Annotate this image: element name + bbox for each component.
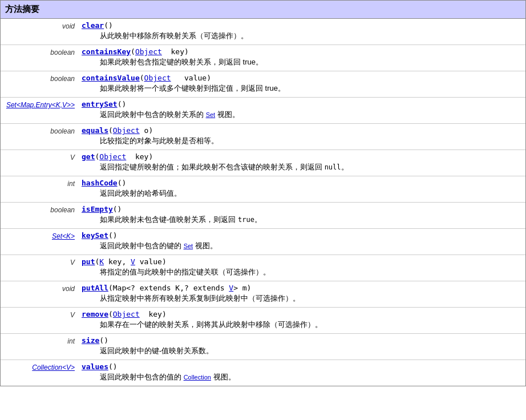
method-signature: get(Object key)	[82, 152, 521, 161]
method-signature: putAll(Map<? extends K,? extends V> m)	[82, 284, 521, 292]
return-type-cell: V	[1, 308, 79, 334]
method-signature: containsValue(Object value)	[82, 74, 521, 82]
return-type-cell: int	[1, 176, 79, 203]
method-detail-cell: equals(Object o)比较指定的对象与此映射是否相等。	[79, 124, 525, 150]
table-row: inthashCode()返回此映射的哈希码值。	[1, 176, 525, 203]
method-detail-cell: containsValue(Object value)如果此映射将一个或多个键映…	[79, 71, 525, 98]
link-set-entrySet[interactable]: Set	[206, 111, 216, 118]
table-row: Vput(K key, V value)将指定的值与此映射中的指定键关联（可选操…	[1, 255, 525, 281]
method-description: 从此映射中移除所有映射关系（可选操作）。	[82, 31, 521, 41]
table-row: voidclear()从此映射中移除所有映射关系（可选操作）。	[1, 19, 525, 45]
method-link-keySet[interactable]: keySet	[82, 231, 108, 240]
return-type-cell: V	[1, 255, 79, 281]
method-description: 将指定的值与此映射中的指定键关联（可选操作）。	[82, 267, 521, 277]
method-signature: hashCode()	[82, 179, 521, 187]
method-description: 如果此映射未包含键-值映射关系，则返回 true。	[82, 215, 521, 225]
return-type-entrySet[interactable]: Set<Map.Entry<K,V>>	[6, 101, 75, 109]
table-row: booleancontainsValue(Object value)如果此映射将…	[1, 71, 525, 98]
table-row: booleanequals(Object o)比较指定的对象与此映射是否相等。	[1, 124, 525, 150]
return-type-cell: int	[1, 334, 79, 360]
page-container: 方法摘要 voidclear()从此映射中移除所有映射关系（可选操作）。bool…	[0, 0, 526, 386]
method-table: voidclear()从此映射中移除所有映射关系（可选操作）。booleanco…	[1, 19, 525, 386]
method-detail-cell: get(Object key)返回指定键所映射的值；如果此映射不包含该键的映射关…	[79, 150, 525, 176]
method-description: 返回此映射中包含的映射关系的 Set 视图。	[82, 110, 521, 120]
method-detail-cell: values()返回此映射中包含的值的 Collection 视图。	[79, 360, 525, 386]
method-link-hashCode[interactable]: hashCode	[82, 179, 118, 187]
method-detail-cell: isEmpty()如果此映射未包含键-值映射关系，则返回 true。	[79, 203, 525, 229]
table-row: Vremove(Object key)如果存在一个键的映射关系，则将其从此映射中…	[1, 308, 525, 334]
method-link-get[interactable]: get	[82, 152, 95, 161]
method-link-putAll[interactable]: putAll	[82, 284, 108, 292]
method-detail-cell: hashCode()返回此映射的哈希码值。	[79, 176, 525, 203]
table-row: Set<K>keySet()返回此映射中包含的键的 Set 视图。	[1, 229, 525, 255]
method-signature: clear()	[82, 21, 521, 30]
method-signature: put(K key, V value)	[82, 257, 521, 266]
method-detail-cell: put(K key, V value)将指定的值与此映射中的指定键关联（可选操作…	[79, 255, 525, 281]
table-row: booleancontainsKey(Object key)如果此映射包含指定键…	[1, 45, 525, 71]
table-row: Vget(Object key)返回指定键所映射的值；如果此映射不包含该键的映射…	[1, 150, 525, 176]
method-link-containsValue[interactable]: containsValue	[82, 74, 140, 82]
method-description: 返回此映射中的键-值映射关系数。	[82, 346, 521, 356]
method-signature: remove(Object key)	[82, 310, 521, 318]
method-link-clear[interactable]: clear	[82, 21, 104, 30]
return-type-cell: boolean	[1, 71, 79, 98]
return-type-cell: V	[1, 150, 79, 176]
method-link-containsKey[interactable]: containsKey	[82, 47, 131, 56]
return-type-cell: void	[1, 281, 79, 308]
method-description: 返回指定键所映射的值；如果此映射不包含该键的映射关系，则返回 null。	[82, 162, 521, 172]
return-type-cell: boolean	[1, 45, 79, 71]
method-detail-cell: size()返回此映射中的键-值映射关系数。	[79, 334, 525, 360]
method-link-entrySet[interactable]: entrySet	[82, 100, 118, 108]
method-signature: isEmpty()	[82, 205, 521, 213]
method-signature: keySet()	[82, 231, 521, 240]
return-type-cell: Set<Map.Entry<K,V>>	[1, 98, 79, 124]
method-signature: values()	[82, 362, 521, 371]
table-row: booleanisEmpty()如果此映射未包含键-值映射关系，则返回 true…	[1, 203, 525, 229]
table-row: Collection<V>values()返回此映射中包含的值的 Collect…	[1, 360, 525, 386]
method-detail-cell: keySet()返回此映射中包含的键的 Set 视图。	[79, 229, 525, 255]
method-description: 从指定映射中将所有映射关系复制到此映射中（可选操作）。	[82, 293, 521, 304]
table-row: voidputAll(Map<? extends K,? extends V> …	[1, 281, 525, 308]
return-type-cell: Set<K>	[1, 229, 79, 255]
method-description: 返回此映射中包含的值的 Collection 视图。	[82, 372, 521, 382]
method-description: 比较指定的对象与此映射是否相等。	[82, 136, 521, 146]
method-link-isEmpty[interactable]: isEmpty	[82, 205, 113, 213]
return-type-cell: void	[1, 19, 79, 45]
method-link-remove[interactable]: remove	[82, 310, 108, 318]
method-signature: entrySet()	[82, 100, 521, 108]
return-type-values[interactable]: Collection<V>	[32, 364, 75, 371]
link-collection-values[interactable]: Collection	[184, 374, 211, 381]
method-detail-cell: remove(Object key)如果存在一个键的映射关系，则将其从此映射中移…	[79, 308, 525, 334]
method-detail-cell: putAll(Map<? extends K,? extends V> m)从指…	[79, 281, 525, 308]
return-type-keySet[interactable]: Set<K>	[52, 232, 75, 240]
method-link-equals[interactable]: equals	[82, 126, 108, 135]
method-description: 如果此映射将一个或多个键映射到指定值，则返回 true。	[82, 83, 521, 94]
method-signature: equals(Object o)	[82, 126, 521, 135]
method-description: 返回此映射的哈希码值。	[82, 188, 521, 199]
method-description: 返回此映射中包含的键的 Set 视图。	[82, 241, 521, 251]
method-signature: size()	[82, 336, 521, 345]
section-header: 方法摘要	[1, 1, 525, 19]
method-link-values[interactable]: values	[82, 362, 108, 371]
section-title: 方法摘要	[5, 4, 39, 14]
method-detail-cell: clear()从此映射中移除所有映射关系（可选操作）。	[79, 19, 525, 45]
return-type-cell: Collection<V>	[1, 360, 79, 386]
table-row: intsize()返回此映射中的键-值映射关系数。	[1, 334, 525, 360]
return-type-cell: boolean	[1, 203, 79, 229]
method-description: 如果此映射包含指定键的映射关系，则返回 true。	[82, 57, 521, 67]
method-signature: containsKey(Object key)	[82, 47, 521, 56]
method-description: 如果存在一个键的映射关系，则将其从此映射中移除（可选操作）。	[82, 320, 521, 330]
link-set-keySet[interactable]: Set	[184, 243, 193, 249]
method-detail-cell: entrySet()返回此映射中包含的映射关系的 Set 视图。	[79, 98, 525, 124]
return-type-cell: boolean	[1, 124, 79, 150]
table-row: Set<Map.Entry<K,V>>entrySet()返回此映射中包含的映射…	[1, 98, 525, 124]
method-detail-cell: containsKey(Object key)如果此映射包含指定键的映射关系，则…	[79, 45, 525, 71]
method-link-put[interactable]: put	[82, 257, 95, 266]
method-link-size[interactable]: size	[82, 336, 99, 345]
